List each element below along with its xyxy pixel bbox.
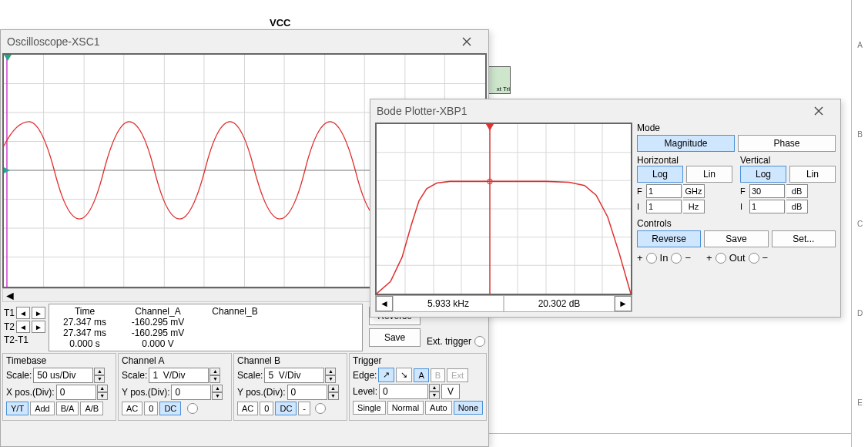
t1-right-button[interactable]: ► <box>32 307 45 319</box>
edge-ext-button[interactable]: Ext <box>447 368 468 382</box>
trig-auto-button[interactable]: Auto <box>425 401 452 415</box>
out-minus-radio[interactable] <box>749 253 759 264</box>
timebase-xpos-input[interactable] <box>56 385 96 400</box>
timebase-panel: Timebase Scale: ▲▼ X pos.(Div): ▲▼ Y/T A… <box>2 353 116 421</box>
chb-scale-up[interactable]: ▲ <box>325 368 336 375</box>
close-icon[interactable] <box>803 101 834 121</box>
timebase-xpos-up[interactable]: ▲ <box>97 385 108 392</box>
cha-ac-button[interactable]: AC <box>122 402 142 415</box>
h-f-input[interactable] <box>646 184 682 198</box>
scroll-left-icon[interactable]: ◄ <box>3 289 17 301</box>
chb-scale-down[interactable]: ▼ <box>325 375 336 383</box>
cha-dc-button[interactable]: DC <box>159 402 181 415</box>
t2-left-button[interactable]: ◄ <box>16 321 30 333</box>
bode-reverse-button[interactable]: Reverse <box>637 230 701 247</box>
edge-b-button[interactable]: B <box>431 368 445 382</box>
h-i-input[interactable] <box>646 200 682 213</box>
chb-radio[interactable] <box>315 403 326 414</box>
edge-rise-button[interactable]: ↗ <box>378 368 394 382</box>
in-minus-radio[interactable] <box>671 253 682 264</box>
ext-trigger-radio[interactable] <box>474 336 485 347</box>
cha-ypos-up[interactable]: ▲ <box>212 385 223 392</box>
out-plus: + <box>706 252 712 264</box>
magnitude-button[interactable]: Magnitude <box>637 135 735 152</box>
h-f-label: F <box>637 187 645 196</box>
chb-scale-input[interactable] <box>264 368 324 383</box>
bode-set-button[interactable]: Set... <box>772 230 836 247</box>
level-down[interactable]: ▼ <box>429 392 440 399</box>
h-i-unit[interactable]: Hz <box>683 200 705 213</box>
v-i-input[interactable] <box>749 200 785 213</box>
bode-titlebar[interactable]: Bode Plotter-XBP1 <box>370 99 840 123</box>
h-f-unit[interactable]: GHz <box>683 184 705 198</box>
timebase-title: Timebase <box>6 355 112 366</box>
edge-fall-button[interactable]: ↘ <box>396 368 412 382</box>
cursor-left-icon[interactable]: ◄ <box>376 296 393 311</box>
close-icon[interactable] <box>451 32 482 52</box>
h-log-button[interactable]: Log <box>637 166 683 183</box>
cha-scale-up[interactable]: ▲ <box>209 368 220 375</box>
level-input[interactable] <box>379 384 428 399</box>
readout-mag: 20.302 dB <box>504 296 615 311</box>
svg-marker-20 <box>4 55 12 61</box>
oscilloscope-titlebar[interactable]: Oscilloscope-XSC1 <box>1 30 488 53</box>
mode-yt-button[interactable]: Y/T <box>6 402 28 415</box>
t2-chb <box>200 328 270 338</box>
v-i-unit[interactable]: dB <box>786 200 808 213</box>
out-label: Out <box>729 252 746 264</box>
v-f-label: F <box>740 187 748 196</box>
ext-trig-block: xt Tri <box>488 66 511 94</box>
col-time: Time <box>54 306 116 317</box>
edge-label: Edge: <box>353 370 377 381</box>
dt-chb <box>200 338 270 349</box>
chb-ac-button[interactable]: AC <box>237 402 258 415</box>
v-lin-button[interactable]: Lin <box>789 166 836 183</box>
chb-ypos-down[interactable]: ▼ <box>328 392 339 400</box>
t2-right-button[interactable]: ► <box>32 321 45 333</box>
col-chb: Channel_B <box>200 306 270 317</box>
timebase-scale-input[interactable] <box>33 368 93 383</box>
chb-scale-label: Scale: <box>237 370 263 381</box>
chb-zero-button[interactable]: 0 <box>260 402 273 415</box>
ruler-right: ABCDE <box>851 0 868 447</box>
cha-scale-input[interactable] <box>149 368 209 383</box>
chb-dc-button[interactable]: DC <box>275 402 297 415</box>
cha-zero-button[interactable]: 0 <box>144 402 158 415</box>
chb-ypos-input[interactable] <box>287 385 327 400</box>
edge-a-button[interactable]: A <box>414 368 428 382</box>
cha-ypos-down[interactable]: ▼ <box>212 392 223 400</box>
mode-ab-button[interactable]: A/B <box>80 402 103 415</box>
in-plus-radio[interactable] <box>646 253 657 264</box>
timebase-scale-down[interactable]: ▼ <box>94 375 105 383</box>
level-unit <box>441 384 460 399</box>
phase-button[interactable]: Phase <box>738 135 836 152</box>
chb-ypos-up[interactable]: ▲ <box>328 385 339 392</box>
t2-label: T2 <box>4 321 15 332</box>
mode-ba-button[interactable]: B/A <box>56 402 79 415</box>
cha-title: Channel A <box>122 355 228 366</box>
mode-add-button[interactable]: Add <box>30 402 55 415</box>
cursor-right-icon[interactable]: ► <box>615 296 632 311</box>
dt-label: T2-T1 <box>4 334 28 345</box>
bode-plot[interactable] <box>375 123 632 295</box>
trig-single-button[interactable]: Single <box>353 401 386 415</box>
cha-scale-down[interactable]: ▼ <box>209 375 220 383</box>
v-f-input[interactable] <box>749 184 785 198</box>
out-plus-radio[interactable] <box>716 253 726 264</box>
t1-left-button[interactable]: ◄ <box>16 307 30 319</box>
cha-radio[interactable] <box>187 403 198 414</box>
v-log-button[interactable]: Log <box>740 166 786 183</box>
level-label: Level: <box>353 386 377 397</box>
cha-ypos-input[interactable] <box>171 385 211 400</box>
h-lin-button[interactable]: Lin <box>686 166 732 183</box>
trig-normal-button[interactable]: Normal <box>387 401 424 415</box>
timebase-xpos-down[interactable]: ▼ <box>97 392 108 400</box>
bode-save-button[interactable]: Save <box>704 230 768 247</box>
timebase-scale-up[interactable]: ▲ <box>94 368 105 375</box>
save-button[interactable]: Save <box>369 328 421 347</box>
trig-none-button[interactable]: None <box>454 401 483 415</box>
level-up[interactable]: ▲ <box>429 384 440 392</box>
chb-neg-button[interactable]: - <box>298 402 310 415</box>
v-f-unit[interactable]: dB <box>786 184 808 198</box>
bode-window: Bode Plotter-XBP1 ◄ 5.933 <box>370 99 841 318</box>
